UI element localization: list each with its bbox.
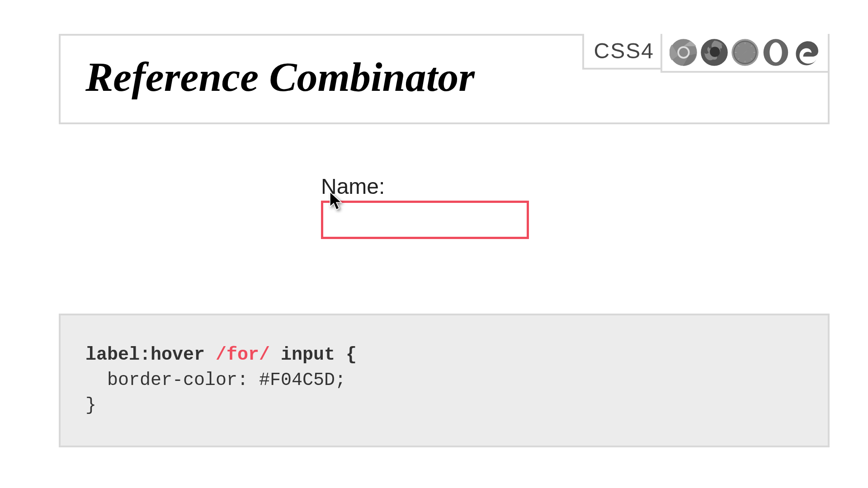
svg-point-17	[769, 42, 782, 63]
firefox-icon	[700, 38, 728, 66]
svg-point-2	[679, 48, 688, 57]
code-line-1: label:hover /for/ input {	[85, 343, 803, 368]
css-version-badge: CSS4	[582, 34, 666, 70]
header-container: Reference Combinator CSS4	[59, 34, 830, 124]
code-example: label:hover /for/ input { border-color: …	[59, 314, 830, 447]
svg-point-4	[710, 47, 720, 57]
name-input[interactable]	[321, 201, 529, 239]
page-title: Reference Combinator	[85, 53, 475, 101]
code-selector-2: input {	[270, 345, 357, 365]
chrome-icon	[670, 38, 698, 66]
browser-support-icons	[660, 34, 830, 73]
code-line-2: border-color: #F04C5D;	[85, 368, 803, 393]
code-combinator: /for/	[216, 345, 270, 365]
demo-container: Name:	[321, 174, 529, 239]
svg-point-7	[734, 42, 755, 63]
opera-icon	[762, 38, 790, 66]
code-selector-1: label:hover	[85, 345, 216, 365]
edge-icon	[793, 38, 821, 66]
code-line-3: }	[85, 393, 803, 418]
safari-icon	[731, 38, 759, 66]
name-label: Name:	[321, 174, 529, 199]
